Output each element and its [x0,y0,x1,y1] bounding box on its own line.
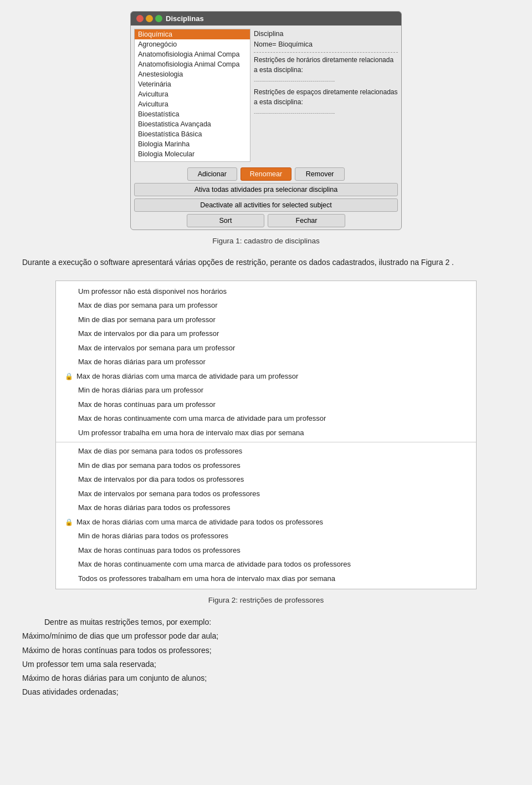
restriction-text: Max de horas continuamente com uma marca… [78,413,326,424]
restriction-text: Um professor não está disponivel nos hor… [78,286,227,297]
restriction-item-11: Max de dias por semana para todos os pro… [56,442,476,458]
window-controls [136,15,162,22]
restriction-item-14: Max de intervalos por semana para todos … [56,487,476,501]
restriction-text: Min de horas diárias para um professor [78,385,203,396]
figure1-caption: Figura 1: cadastro de disciplinas [22,237,510,245]
restriction-text: Todos os professores trabalham em uma ho… [78,573,335,584]
paragraph2-line-1: Máximo de horas contínuas para todos os … [22,644,510,657]
figure2-caption: Figura 2: restrições de professores [22,596,510,604]
restriction-item-3: Max de intervalos por dia para um profes… [56,327,476,341]
window-body: BioquímicaAgronegócioAnatomofisiologia A… [131,26,401,165]
restriction-item-10: Um professor trabalha em uma hora de int… [56,426,476,440]
restriction-text: Max de intervalos por semana para todos … [78,488,260,499]
restriction-text: Max de horas diárias com uma marca de at… [76,517,323,528]
restriction-text: Max de horas diárias com uma marca de at… [76,371,298,382]
paragraph2-line-2: Um professor tem uma sala reservada; [22,657,510,671]
restriction-item-16: 🔒Max de horas diárias com uma marca de a… [56,515,476,529]
activate-button[interactable]: Ativa todas atividades pra selecionar di… [134,183,398,196]
restriction-item-6: 🔒Max de horas diárias com uma marca de a… [56,369,476,384]
detail-discipline-label: Disciplina [254,29,398,39]
restriction-text: Max de horas contínuas para todos os pro… [78,545,241,556]
discipline-item-6[interactable]: Avicultura [135,89,250,99]
restriction-item-13: Max de intervalos por dia para todos os … [56,472,476,487]
discipline-item-13[interactable]: Biologia celular [135,159,250,162]
detail-sep-dashes1: ---------------------------------------- [254,76,398,85]
discipline-item-2[interactable]: Anatomofisiologia Animal Compa [135,49,250,59]
restriction-item-7: Min de horas diárias para um professor [56,383,476,397]
discipline-item-7[interactable]: Avicultura [135,99,250,109]
btn-row-2: Sort Fechar [134,214,398,227]
close-button[interactable]: Fechar [268,214,345,227]
discipline-item-11[interactable]: Biologia Marinha [135,139,250,149]
rename-button[interactable]: Renomear [241,167,291,181]
discipline-item-3[interactable]: Anatomofisiologia Animal Compa [135,59,250,69]
paragraph2-line-4: Duas atividades ordenadas; [22,685,510,699]
discipline-list[interactable]: BioquímicaAgronegócioAnatomofisiologia A… [134,29,250,162]
restriction-item-15: Max de horas diárias para todos os profe… [56,501,476,515]
restriction-item-2: Min de dias por semana para um professor [56,313,476,327]
restriction-text: Min de dias por semana para todos os pro… [78,460,241,471]
add-button[interactable]: Adicionar [187,167,237,181]
restriction-item-19: Max de horas continuamente com uma marca… [56,557,476,572]
paragraph2-intro: Dentre as muitas restrições temos, por e… [22,615,510,629]
restriction-item-18: Max de horas contínuas para todos os pro… [56,543,476,558]
discipline-item-12[interactable]: Biologia Molecular [135,149,250,159]
discipline-detail: Disciplina Nome= Bioquímica Restrições d… [254,29,398,162]
restriction-text: Max de horas diárias para um professor [78,356,206,368]
discipline-item-5[interactable]: Veterinária [135,79,250,89]
maximize-window-btn[interactable] [155,15,162,22]
paragraph2-line-0: Máximo/mínimo de dias que um professor p… [22,629,510,643]
restriction-item-20: Todos os professores trabalham em uma ho… [56,572,476,586]
paragraph1: Durante a execução o software apresentar… [22,256,510,269]
restriction-text: Max de horas diárias para todos os profe… [78,502,231,513]
restriction-item-12: Min de dias por semana para todos os pro… [56,458,476,473]
discipline-item-0[interactable]: Bioquímica [135,29,250,39]
restriction-item-9: Max de horas continuamente com uma marca… [56,411,476,426]
lock-icon: 🔒 [65,517,73,527]
paragraph2-lines: Máximo/mínimo de dias que um professor p… [22,629,510,699]
disciplinas-window: Disciplinas BioquímicaAgronegócioAnatomo… [130,11,402,230]
detail-sep1 [254,52,398,53]
discipline-item-4[interactable]: Anestesiologia [135,69,250,79]
restriction-text: Max de dias por semana para um professor [78,300,217,311]
detail-sep-dashes2: ---------------------------------------- [254,108,398,118]
restriction-text: Max de intervalos por semana para um pro… [78,343,235,354]
btn-row-1: Adicionar Renomear Remover [134,167,398,181]
restriction-text: Max de intervalos por dia para um profes… [78,328,219,339]
restrictions-list: Um professor não está disponivel nos hor… [55,281,477,590]
figure2-container: Um professor não está disponivel nos hor… [22,281,510,605]
restriction-item-0: Um professor não está disponivel nos hor… [56,284,476,299]
discipline-item-1[interactable]: Agronegócio [135,39,250,49]
restriction-text: Max de dias por semana para todos os pro… [78,446,242,457]
remove-button[interactable]: Remover [295,167,345,181]
window-buttons-area: Adicionar Renomear Remover Ativa todas a… [131,165,401,230]
name-value: Bioquímica [278,40,313,48]
restriction-text: Max de horas contínuas para um professor [78,399,216,410]
discipline-item-8[interactable]: Bioestatística [135,109,250,119]
restriction-item-1: Max de dias por semana para um professor [56,298,476,313]
minimize-window-btn[interactable] [146,15,153,22]
deactivate-button[interactable]: Deactivate all activities for selected s… [134,198,398,212]
figure1-container: Disciplinas BioquímicaAgronegócioAnatomo… [22,11,510,245]
detail-name-row: Nome= Bioquímica [254,39,398,50]
sort-button[interactable]: Sort [187,214,264,227]
discipline-item-9[interactable]: Bioestatistica Avançada [135,119,250,129]
restriction-text: Min de dias por semana para um professor [78,314,216,325]
close-window-btn[interactable] [136,15,144,22]
window-titlebar: Disciplinas [131,12,401,26]
name-label: Nome= [254,40,277,48]
paragraph2-line-3: Máximo de horas diárias para um conjunto… [22,671,510,685]
restriction-item-17: Min de horas diárias para todos os profe… [56,529,476,543]
lock-icon: 🔒 [65,371,73,381]
window-title: Disciplinas [166,14,204,23]
restriction2-text: Restrições de espaços diretamente relaci… [254,87,398,107]
restriction-text: Max de horas continuamente com uma marca… [78,559,351,570]
restriction-text: Min de horas diárias para todos os profe… [78,531,228,542]
discipline-field-label: Disciplina [254,30,284,38]
discipline-item-10[interactable]: Bioestatística Básica [135,129,250,139]
restriction-item-8: Max de horas contínuas para um professor [56,397,476,412]
restriction1-text: Restrições de horários diretamente relac… [254,55,398,75]
restriction-item-5: Max de horas diárias para um professor [56,355,476,369]
restriction-text: Max de intervalos por dia para todos os … [78,474,244,485]
restriction-item-4: Max de intervalos por semana para um pro… [56,341,476,355]
